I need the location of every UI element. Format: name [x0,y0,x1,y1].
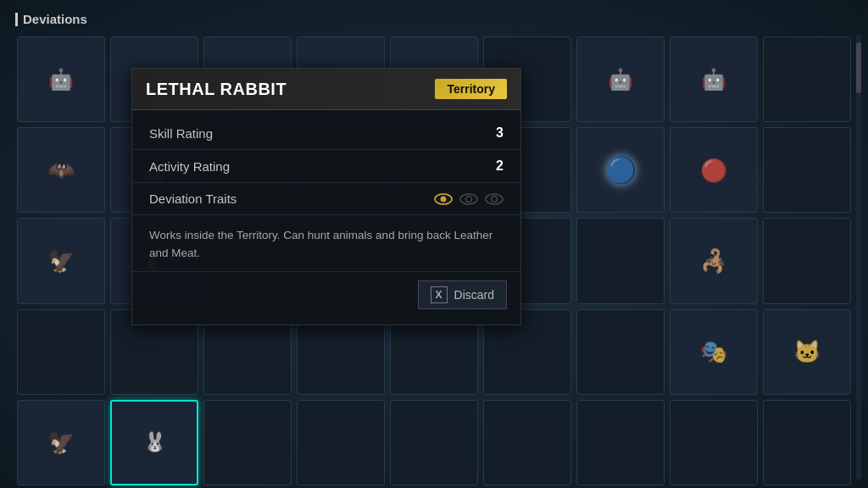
card-body: Skill Rating 3 Activity Rating 2 Deviati… [132,110,520,324]
slot-3-1[interactable]: 🦅 [17,218,105,303]
figure-4-8: 🎭 [700,341,727,363]
trait-eye-3 [485,193,504,205]
panel-title-text: Deviations [23,12,87,26]
slot-5-8[interactable] [670,400,758,485]
figure-1-8: 🤖 [701,69,726,90]
slot-3-8[interactable]: 🦂 [670,218,758,303]
traits-label: Deviation Traits [149,191,236,206]
activity-rating-row: Activity Rating 2 [132,150,520,183]
trait-eye-1 [434,193,453,205]
card-header: LETHAL RABBIT Territory [132,69,520,110]
figure-1-7: 🤖 [608,69,633,90]
slot-2-1[interactable]: 🦇 [17,127,105,213]
slot-5-1[interactable]: 🦅 [17,400,105,485]
activity-rating-label: Activity Rating [149,159,230,174]
slot-1-9[interactable] [763,36,851,122]
svg-point-4 [466,196,472,202]
figure-1-1: 🤖 [48,69,74,90]
discard-key: X [431,286,448,303]
figure-2-7: 🔵 [605,158,637,183]
figure-3-8: 🦂 [700,250,727,272]
slot-5-4[interactable] [297,400,385,485]
slot-5-5[interactable] [390,400,478,485]
traits-row: Deviation Traits [132,183,520,215]
panel-title: Deviations [8,8,860,30]
slot-1-7[interactable]: 🤖 [576,36,665,122]
svg-point-1 [441,196,447,202]
slot-4-1[interactable] [17,309,105,395]
discard-button[interactable]: X Discard [418,280,507,309]
figure-3-1: 🦅 [47,250,75,272]
slot-4-7[interactable] [576,309,665,395]
trait-eye-2 [459,193,478,205]
card-tag: Territory [435,79,507,99]
card-description: Works inside the Territory. Can hunt ani… [132,215,520,272]
scrollbar-thumb [856,42,861,93]
traits-icons [434,193,504,205]
figure-2-1: 🦇 [47,159,75,181]
slot-5-6[interactable] [483,400,571,485]
description-text: Works inside the Territory. Can hunt ani… [149,229,492,259]
slot-2-8[interactable]: 🔴 [670,127,758,213]
skill-rating-label: Skill Rating [149,126,213,141]
slot-3-7[interactable] [576,218,665,303]
slot-4-8[interactable]: 🎭 [670,309,758,395]
figure-4-9: 🐱 [793,341,821,363]
slot-2-9[interactable] [763,127,851,213]
card-footer: X Discard [132,272,520,318]
slot-4-9[interactable]: 🐱 [763,309,851,395]
skill-rating-row: Skill Rating 3 [132,117,520,150]
slot-5-3[interactable] [203,400,292,485]
slot-5-9[interactable] [763,400,851,485]
activity-rating-value: 2 [496,158,504,174]
figure-2-8: 🔴 [700,159,727,181]
scrollbar[interactable] [856,34,861,480]
figure-5-2: 🐰 [143,433,166,452]
slot-5-2[interactable]: 🐰 [110,400,198,485]
svg-point-6 [492,196,498,202]
slot-1-1[interactable]: 🤖 [17,36,105,122]
slot-2-7[interactable]: 🔵 [576,127,665,213]
card-title: LETHAL RABBIT [146,80,287,99]
skill-rating-value: 3 [496,125,504,141]
slot-1-8[interactable]: 🤖 [670,36,758,122]
detail-card: LETHAL RABBIT Territory Skill Rating 3 A… [131,68,521,325]
slot-3-9[interactable] [763,218,851,303]
discard-label: Discard [454,288,494,302]
figure-5-1: 🦅 [47,431,75,453]
slot-5-7[interactable] [576,400,665,485]
